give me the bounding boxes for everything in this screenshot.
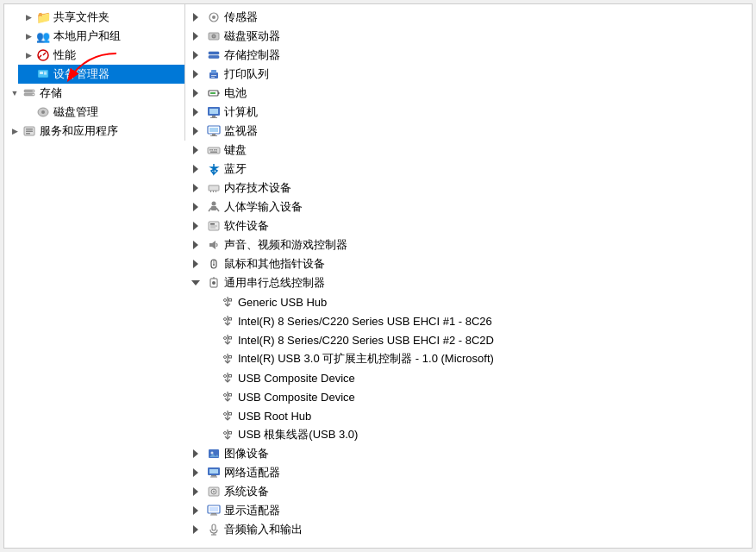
right-item-network-adapters[interactable]: 网络适配器 [185,463,752,482]
right-item-print-queue[interactable]: 打印队列 [185,65,752,84]
svg-point-71 [224,356,227,359]
expand-icon [22,105,35,119]
right-item-intel-usb30[interactable]: Intel(R) USB 3.0 可扩展主机控制器 - 1.0 (Microso… [185,349,752,368]
svg-rect-30 [210,92,216,94]
right-item-usb-composite1[interactable]: USB Composite Device [185,368,752,387]
right-item-usb-root-hub30[interactable]: USB 根集线器(USB 3.0) [185,425,752,444]
disk-icon [35,104,51,120]
right-panel: 传感器 磁盘驱动器 存储控制器 打印队列 [185,4,752,548]
right-item-label: 存储控制器 [224,47,280,63]
users-icon: 👥 [35,28,51,44]
expand-icon: ▶ [22,10,35,24]
svg-rect-33 [209,109,218,114]
right-item-monitor[interactable]: 监视器 [185,122,752,141]
svg-rect-74 [229,375,232,378]
right-item-label: Intel(R) 8 Series/C220 Series USB EHCI #… [238,334,494,347]
right-item-mouse[interactable]: 鼠标和其他指针设备 [185,254,752,273]
svg-point-50 [212,202,216,206]
right-item-audio-io[interactable]: 音频输入和输出 [185,520,752,539]
usb-icon [220,313,235,329]
right-item-usb-composite2[interactable]: USB Composite Device [185,387,752,406]
right-item-label: Intel(R) USB 3.0 可扩展主机控制器 - 1.0 (Microso… [238,351,494,367]
expand-arrow [189,487,206,496]
expand-arrow [189,241,206,249]
svg-rect-42 [212,149,214,151]
sidebar-label: 设备管理器 [53,66,181,82]
expand-arrow [189,222,206,230]
image-icon [206,446,222,461]
svg-point-75 [224,394,227,397]
svg-rect-78 [229,413,232,416]
sidebar-item-shared-folder[interactable]: ▶ 📁 共享文件夹 [18,8,184,27]
sidebar-item-performance[interactable]: ▶ 性能 [18,46,184,65]
svg-rect-43 [214,149,216,151]
svg-rect-31 [218,92,220,94]
expand-arrow [189,146,206,154]
usb-icon [220,370,235,386]
right-item-label: 磁盘驱动器 [224,28,280,44]
svg-rect-28 [211,77,215,78]
bluetooth-icon [206,161,222,177]
svg-rect-57 [210,228,216,229]
right-item-battery[interactable]: 电池 [185,84,752,103]
sidebar-item-local-users[interactable]: ▶ 👥 本地用户和组 [18,27,184,46]
right-item-software-devices[interactable]: 软件设备 [185,216,752,235]
expand-icon: ▶ [22,48,35,62]
svg-rect-51 [211,206,216,210]
right-item-system-devices[interactable]: 系统设备 [185,482,752,501]
right-item-keyboard[interactable]: 键盘 [185,141,752,160]
svg-rect-70 [229,337,232,340]
right-item-label: USB Composite Device [238,372,355,385]
system-icon [206,484,222,499]
right-item-usb-root-hub[interactable]: USB Root Hub [185,406,752,425]
svg-point-10 [33,94,34,96]
svg-rect-95 [212,524,216,530]
right-item-display-adapters[interactable]: 显示适配器 [185,501,752,520]
right-item-label: 监视器 [224,123,258,139]
right-item-label: 声音、视频和游戏控制器 [224,237,347,253]
right-item-bluetooth[interactable]: 蓝牙 [185,160,752,179]
right-item-sound[interactable]: 声音、视频和游戏控制器 [185,235,752,254]
right-item-image-devices[interactable]: 图像设备 [185,444,752,463]
devmgr-icon [35,66,51,82]
usb-icon [220,351,235,367]
svg-rect-92 [209,507,218,511]
svg-rect-34 [212,116,216,117]
svg-rect-94 [210,515,217,516]
right-item-intel-ehci2[interactable]: Intel(R) 8 Series/C220 Series USB EHCI #… [185,330,752,349]
right-item-label: 系统设备 [224,484,269,499]
services-icon [22,123,37,139]
svg-line-1 [43,53,46,55]
sidebar-item-disk-management[interactable]: 磁盘管理 [18,103,184,122]
right-item-label: 显示适配器 [224,503,280,518]
expand-arrow [189,70,206,78]
right-item-usb-serial[interactable]: 通用串行总线控制器 [185,273,752,292]
expand-arrow [189,127,206,135]
right-item-intel-ehci1[interactable]: Intel(R) 8 Series/C220 Series USB EHCI #… [185,311,752,330]
right-item-storage-ctrl[interactable]: 存储控制器 [185,46,752,65]
svg-rect-45 [210,152,217,154]
svg-point-12 [41,110,45,114]
svg-rect-47 [210,191,211,192]
storage2-icon [206,47,222,63]
svg-rect-16 [26,133,30,135]
storage-icon [22,85,37,101]
svg-rect-14 [26,129,33,130]
sidebar-item-services-apps[interactable]: ▶ 服务和应用程序 [4,122,184,141]
right-item-sensors[interactable]: 传感器 [185,8,752,27]
right-item-label: 电池 [224,85,247,101]
svg-rect-55 [210,223,215,225]
right-item-hid[interactable]: 人体学输入设备 [185,198,752,216]
right-item-memory-tech[interactable]: 内存技术设备 [185,179,752,198]
right-item-computer[interactable]: 计算机 [185,103,752,122]
svg-rect-26 [211,70,216,73]
expand-arrow [189,51,206,60]
right-item-disk-drives[interactable]: 磁盘驱动器 [185,27,752,46]
sidebar-item-storage[interactable]: ▼ 存储 [4,84,184,103]
expand-arrow [189,89,206,97]
svg-rect-37 [209,128,218,132]
sidebar-item-device-manager[interactable]: 设备管理器 [18,65,184,84]
svg-point-73 [224,375,227,378]
expand-arrow [189,184,206,192]
right-item-generic-hub[interactable]: Generic USB Hub [185,292,752,311]
